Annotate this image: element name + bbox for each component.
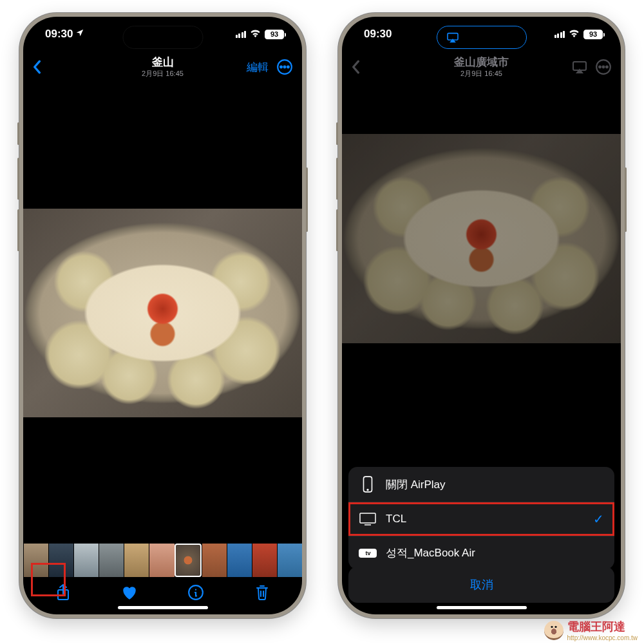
check-icon: ✓ [593,511,604,527]
dynamic-island-airplay[interactable] [437,26,527,49]
cellular-icon [554,30,565,38]
svg-point-2 [284,66,286,68]
thumbnail[interactable] [202,544,227,577]
watermark-name: 電腦王阿達 [567,619,638,634]
home-indicator[interactable] [437,606,527,609]
more-button-disabled [595,59,612,75]
status-time: 09:30 [45,28,73,41]
airplay-icon [446,32,459,43]
thumbnail[interactable] [23,544,48,577]
svg-point-3 [287,66,289,68]
back-button[interactable] [32,60,41,74]
photo-content [342,134,621,343]
share-button[interactable] [50,580,76,605]
watermark-url: http://www.kocpc.com.tw [567,634,638,641]
thumbnail[interactable] [252,544,277,577]
svg-rect-14 [360,513,375,523]
airplay-off-label: 關閉 AirPlay [386,477,446,492]
thumbnail[interactable] [99,544,124,577]
iphone-icon [359,476,377,493]
info-button[interactable] [183,580,209,605]
airplay-tcl-label: TCL [386,513,406,526]
favorite-button[interactable] [117,580,142,605]
dynamic-island [122,26,203,49]
airplay-sheet: 關閉 AirPlay TCL ✓ tv 성적_MacBook Air [348,467,614,569]
thumbnail[interactable] [124,544,149,577]
svg-point-9 [599,66,601,68]
phone-left: 09:30 93 [19,13,306,618]
thumbnail[interactable] [277,544,302,577]
battery-icon: 93 [583,30,603,39]
delete-button[interactable] [249,580,275,605]
back-button-disabled [351,60,360,74]
svg-point-13 [367,489,368,491]
tv-icon [359,513,377,526]
thumbnail-strip[interactable] [23,544,302,577]
appletv-icon: tv [359,549,377,558]
thumbnail[interactable] [227,544,252,577]
airplay-off-row[interactable]: 關閉 AirPlay [348,467,614,502]
thumbnail[interactable] [149,544,174,577]
svg-point-1 [280,66,282,68]
status-time: 09:30 [364,28,392,41]
nav-title: 釜山 [84,56,242,69]
phone-right: 09:30 93 [338,13,625,618]
status-bar: 09:30 93 [342,17,621,52]
status-bar: 09:30 93 [23,17,302,52]
nav-bar: 釜山廣域市 2月9日 16:45 [342,52,621,82]
airplay-macbook-row[interactable]: tv 성적_MacBook Air [348,536,614,569]
photo-content [23,209,302,418]
svg-point-10 [603,66,605,68]
airplay-macbook-label: 성적_MacBook Air [386,545,475,560]
thumbnail[interactable] [73,544,99,577]
wifi-icon [250,28,261,41]
nav-subtitle: 2月9日 16:45 [402,70,560,78]
nav-bar: 釜山 2月9日 16:45 編輯 [23,52,302,82]
wifi-icon [569,28,580,41]
photo-viewer[interactable] [23,82,302,544]
airplay-tcl-row[interactable]: TCL ✓ [348,502,614,536]
airplay-nav-button [572,61,587,73]
battery-icon: 93 [265,30,284,39]
home-indicator[interactable] [118,606,208,609]
more-button[interactable] [276,59,293,75]
cancel-button[interactable]: 取消 [348,567,614,603]
location-icon [75,28,84,41]
cellular-icon [236,30,247,38]
watermark-avatar [544,621,564,640]
nav-title: 釜山廣域市 [402,56,560,69]
watermark: 電腦王阿達 http://www.kocpc.com.tw [544,619,638,641]
svg-point-11 [606,66,608,68]
nav-subtitle: 2月9日 16:45 [84,70,242,78]
edit-button[interactable]: 編輯 [247,60,269,75]
thumbnail-selected[interactable] [175,544,202,577]
thumbnail[interactable] [48,544,73,577]
